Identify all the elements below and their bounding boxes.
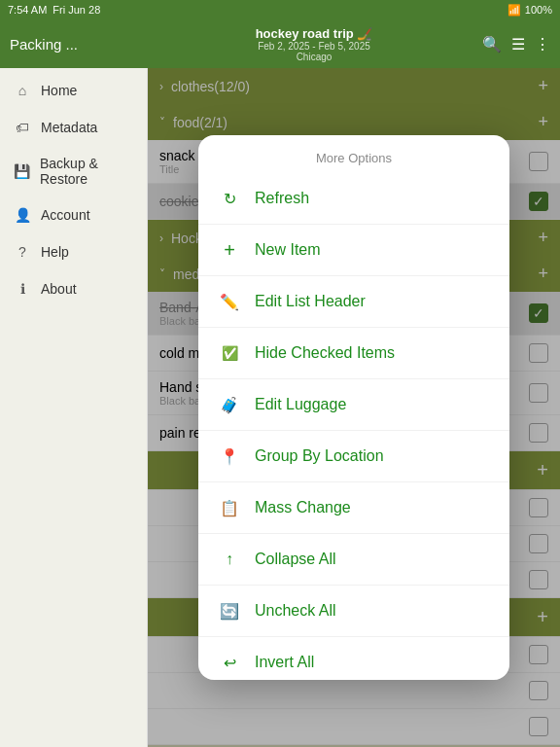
new-item-icon: + <box>218 238 241 262</box>
header-right: 🔍 ☰ ⋮ <box>472 35 550 53</box>
sidebar: ⌂ Home 🏷 Metadata 💾 Backup & Restore 👤 A… <box>0 68 148 747</box>
mass-change-label: Mass Change <box>255 499 351 516</box>
refresh-label: Refresh <box>255 190 309 207</box>
modal-divider <box>198 327 509 328</box>
content-area: › clothes(12/0) + ˅ food(2/1) + snack Ti… <box>148 68 560 747</box>
search-icon[interactable]: 🔍 <box>482 35 502 53</box>
header-center: hockey road trip 🏒 Feb 2, 2025 - Feb 5, … <box>156 26 472 62</box>
modal-title: More Options <box>198 151 509 165</box>
edit-luggage-icon: 🧳 <box>218 393 241 416</box>
modal-overlay[interactable]: More Options ↻ Refresh + New Item ✏️ Edi… <box>148 68 560 747</box>
modal-divider <box>198 224 509 225</box>
group-by-location-label: Group By Location <box>255 447 384 465</box>
wifi-icon: 📶 <box>508 4 521 17</box>
modal-item-mass-change[interactable]: 📋 Mass Change <box>198 484 509 531</box>
main-layout: ⌂ Home 🏷 Metadata 💾 Backup & Restore 👤 A… <box>0 68 560 747</box>
collapse-all-icon: ↑ <box>218 548 241 571</box>
more-options-modal: More Options ↻ Refresh + New Item ✏️ Edi… <box>198 135 509 680</box>
hide-checked-label: Hide Checked Items <box>255 344 395 362</box>
refresh-icon: ↻ <box>218 187 241 210</box>
sidebar-label-backup: Backup & Restore <box>40 156 133 187</box>
list-icon[interactable]: ☰ <box>511 35 525 53</box>
modal-divider <box>198 481 509 482</box>
metadata-icon: 🏷 <box>14 119 31 136</box>
status-day: Fri Jun 28 <box>52 4 100 16</box>
modal-item-collapse-all[interactable]: ↑ Collapse All <box>198 536 509 583</box>
collapse-all-label: Collapse All <box>255 551 336 568</box>
group-by-location-icon: 📍 <box>218 445 241 468</box>
header-left: Packing ... <box>10 36 156 53</box>
modal-item-edit-luggage[interactable]: 🧳 Edit Luggage <box>198 381 509 428</box>
account-icon: 👤 <box>14 206 31 224</box>
trip-dates: Feb 2, 2025 - Feb 5, 2025 <box>156 41 472 52</box>
modal-item-group-by-location[interactable]: 📍 Group By Location <box>198 433 509 480</box>
modal-divider <box>198 378 509 379</box>
sidebar-item-help[interactable]: ? Help <box>0 233 147 270</box>
uncheck-all-icon: 🔄 <box>218 599 241 622</box>
packing-label: Packing ... <box>10 36 78 53</box>
modal-item-edit-list-header[interactable]: ✏️ Edit List Header <box>198 278 509 325</box>
invert-all-label: Invert All <box>255 654 314 671</box>
trip-location: Chicago <box>156 52 472 62</box>
mass-change-icon: 📋 <box>218 496 241 519</box>
more-icon[interactable]: ⋮ <box>535 35 550 53</box>
modal-item-invert-all[interactable]: ↩ Invert All <box>198 639 509 680</box>
uncheck-all-label: Uncheck All <box>255 602 336 620</box>
status-bar: 7:54 AM Fri Jun 28 📶 100% <box>0 0 560 19</box>
edit-list-label: Edit List Header <box>255 293 366 310</box>
sidebar-label-account: Account <box>41 207 90 223</box>
app-header: Packing ... hockey road trip 🏒 Feb 2, 20… <box>0 19 560 68</box>
sidebar-item-home[interactable]: ⌂ Home <box>0 72 147 109</box>
about-icon: ℹ <box>14 280 31 298</box>
modal-item-refresh[interactable]: ↻ Refresh <box>198 175 509 222</box>
battery-label: 100% <box>525 4 552 16</box>
modal-item-hide-checked[interactable]: ✅ Hide Checked Items <box>198 330 509 376</box>
sidebar-label-help: Help <box>41 244 69 260</box>
modal-divider <box>198 430 509 431</box>
sidebar-label-home: Home <box>41 83 77 98</box>
trip-title: hockey road trip 🏒 <box>156 26 472 41</box>
hide-checked-icon: ✅ <box>218 341 241 365</box>
new-item-label: New Item <box>255 241 321 259</box>
modal-divider <box>198 275 509 276</box>
backup-icon: 💾 <box>14 162 30 180</box>
sidebar-item-about[interactable]: ℹ About <box>0 270 147 307</box>
modal-divider <box>198 585 509 586</box>
invert-all-icon: ↩ <box>218 651 241 674</box>
sidebar-label-about: About <box>41 281 77 297</box>
sidebar-item-metadata[interactable]: 🏷 Metadata <box>0 109 147 146</box>
status-time: 7:54 AM <box>8 4 47 16</box>
edit-luggage-label: Edit Luggage <box>255 396 346 413</box>
modal-divider <box>198 533 509 534</box>
sidebar-label-metadata: Metadata <box>41 120 97 135</box>
sidebar-item-account[interactable]: 👤 Account <box>0 196 147 233</box>
sidebar-item-backup[interactable]: 💾 Backup & Restore <box>0 146 147 196</box>
modal-item-new-item[interactable]: + New Item <box>198 227 509 273</box>
help-icon: ? <box>14 243 31 261</box>
home-icon: ⌂ <box>14 82 31 99</box>
edit-list-icon: ✏️ <box>218 290 241 313</box>
modal-divider <box>198 636 509 637</box>
modal-item-uncheck-all[interactable]: 🔄 Uncheck All <box>198 587 509 634</box>
